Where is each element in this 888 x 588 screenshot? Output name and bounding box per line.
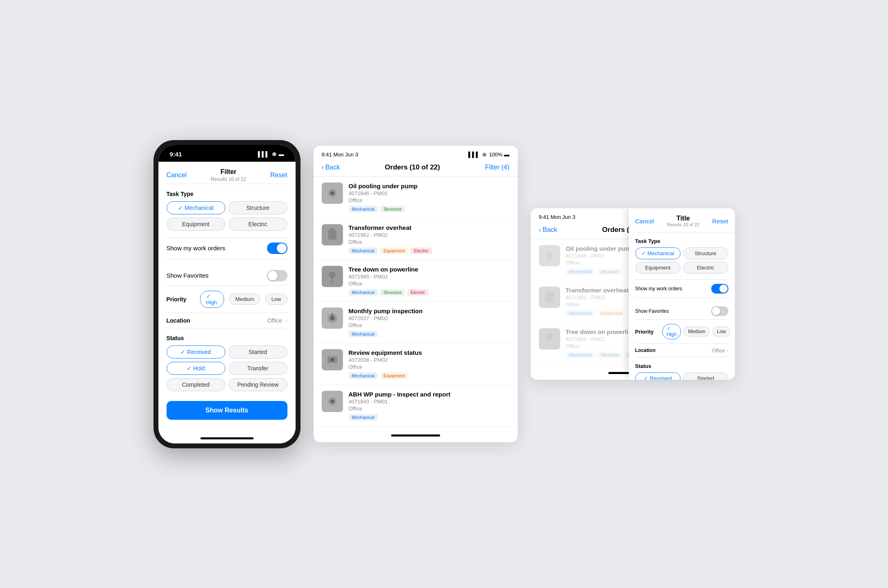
svg-rect-8 — [332, 278, 333, 284]
order-name: ABH WP pump - Inspect and report — [349, 391, 510, 398]
location-row[interactable]: Location Office › — [167, 313, 287, 328]
order-id: 4071962 - PM02 — [349, 232, 510, 238]
orders-with-overlay: 9:41 Mon Jun 3 ▌▌▌ ⊛ 100% ▬ ‹ Back Order… — [531, 208, 735, 380]
order-id: 4072037 - PM02 — [349, 315, 510, 321]
svg-point-15 — [331, 358, 334, 361]
order-tags: Mechanical Structure — [349, 206, 510, 212]
overlay-reset-button[interactable]: Reset — [712, 218, 728, 225]
show-results-button[interactable]: Show Results — [167, 401, 287, 420]
list-item[interactable]: Review equipment status 4072038 - PM02 O… — [314, 343, 518, 385]
order-thumb — [539, 245, 560, 266]
phone1: 9:41 ▌▌▌ ⊛ ▬ Cancel Filter Results 10 of… — [154, 140, 300, 448]
filter-button[interactable]: Filter (4) — [485, 164, 510, 171]
overlay-chip-started[interactable]: Started — [683, 372, 728, 380]
status-grid: Received Started Hold Transfer Completed… — [167, 345, 287, 391]
show-favorites-row: Show Favorites — [167, 266, 287, 286]
order-info: Transformer overheat 4071962 - PM02 Offi… — [349, 224, 510, 254]
order-tags: Mechanical — [349, 331, 510, 337]
tag-electric: Electric — [407, 289, 429, 296]
tag-equipment: Equipment — [380, 247, 408, 254]
overlay-chip-high[interactable]: High — [662, 324, 681, 339]
overlay-location-label: Location — [635, 347, 656, 353]
show-my-orders-row: Show my work orders — [167, 237, 287, 259]
tag-structure: Structure — [380, 289, 405, 296]
order-name: Monthly pump inspection — [349, 307, 510, 314]
cancel-button[interactable]: Cancel — [167, 172, 187, 179]
overlay-show-my-orders-toggle[interactable] — [711, 284, 728, 294]
list-item[interactable]: Tree down on powerline 4071985 - PM02 Of… — [314, 260, 518, 302]
overlay-chip-equipment[interactable]: Equipment — [635, 262, 681, 274]
overlay-show-my-orders-label: Show my work orders — [635, 286, 682, 292]
reset-button[interactable]: Reset — [270, 172, 287, 179]
chip-electric[interactable]: Electric — [229, 218, 287, 231]
overlay-chip-electric[interactable]: Electric — [683, 262, 728, 274]
chip-completed[interactable]: Completed — [167, 378, 225, 391]
order-thumb — [539, 287, 560, 308]
priority-chip-high[interactable]: High — [200, 291, 225, 308]
order-info: Tree down on powerline 4071985 - PM02 Of… — [349, 266, 510, 296]
order-location: Office — [349, 239, 510, 245]
order-id: 4071843 - PM01 — [349, 399, 510, 405]
overlay-chip-structure[interactable]: Structure — [683, 247, 728, 259]
list-item[interactable]: Oil pooling under pump 4071846 - PM01 Of… — [314, 177, 518, 218]
chip-transfer[interactable]: Transfer — [229, 362, 287, 375]
overlay-chip-mechanical[interactable]: Mechanical — [635, 247, 681, 259]
order-tags: Mechanical — [349, 414, 510, 421]
chip-mechanical[interactable]: Mechanical — [167, 201, 225, 214]
overlay-chip-low[interactable]: Low — [712, 327, 730, 336]
chip-structure[interactable]: Structure — [229, 201, 287, 214]
svg-rect-22 — [545, 292, 554, 302]
order-thumb — [322, 307, 343, 329]
order-id: 4071846 - PM01 — [349, 190, 510, 196]
wifi-icon: ⊛ — [272, 151, 276, 157]
priority-chip-medium[interactable]: Medium — [229, 294, 260, 305]
chip-started[interactable]: Started — [229, 345, 287, 359]
orders-time: 9:41 Mon Jun 3 — [322, 151, 358, 158]
orders-battery: 100% ▬ — [489, 151, 510, 158]
overlay-back-button[interactable]: ‹ Back — [539, 226, 557, 234]
priority-label: Priority — [167, 296, 195, 303]
overlay-chip-received[interactable]: Received — [635, 372, 681, 380]
status-bar: 9:41 ▌▌▌ ⊛ ▬ — [158, 145, 296, 162]
overlay-favorites-toggle[interactable] — [711, 306, 728, 316]
tag-equipment: Equipment — [380, 372, 408, 379]
tag-mechanical: Mechanical — [349, 414, 378, 421]
chip-pending-review[interactable]: Pending Review — [229, 378, 287, 391]
order-name: Oil pooling under pump — [349, 183, 510, 189]
order-location: Office — [349, 322, 510, 328]
tag-mechanical: Mechanical — [349, 331, 378, 337]
priority-chip-low[interactable]: Low — [265, 294, 287, 305]
overlay-title-block: Title Results 10 of 22 — [667, 215, 700, 227]
chip-equipment[interactable]: Equipment — [167, 218, 225, 231]
chip-received[interactable]: Received — [167, 345, 225, 359]
order-tags: Mechanical Structure Electric — [349, 289, 510, 296]
overlay-filter-panel: Cancel Title Results 10 of 22 Reset Task… — [629, 208, 735, 380]
order-thumb — [539, 328, 560, 350]
overlay-task-type-label: Task Type — [635, 238, 728, 244]
home-indicator — [158, 430, 296, 443]
back-button[interactable]: ‹ Back — [322, 164, 340, 171]
tag-mechanical: Mechanical — [349, 289, 378, 296]
order-info: ABH WP pump - Inspect and report 4071843… — [349, 391, 510, 421]
svg-point-11 — [330, 316, 335, 321]
orders-status-icons: ▌▌▌ ⊛ 100% ▬ — [468, 151, 510, 158]
show-my-orders-toggle[interactable] — [267, 243, 287, 254]
show-favorites-toggle[interactable] — [267, 270, 287, 281]
overlay-task-type-grid: Mechanical Structure Equipment Electric — [635, 247, 728, 274]
list-item[interactable]: ABH WP pump - Inspect and report 4071843… — [314, 385, 518, 427]
list-item[interactable]: Transformer overheat 4071962 - PM02 Offi… — [314, 218, 518, 260]
filter-subtitle: Results 10 of 22 — [211, 176, 246, 182]
overlay-chip-medium[interactable]: Medium — [683, 327, 710, 336]
overlay-location-row[interactable]: Location Office› — [635, 343, 728, 357]
overlay-cancel-button[interactable]: Cancel — [635, 218, 654, 225]
status-section: Status Received Started Hold Transfer Co… — [167, 335, 287, 391]
time-display: 9:41 — [170, 151, 182, 158]
orders-list: Oil pooling under pump 4071846 - PM01 Of… — [314, 177, 518, 427]
order-id: 4071985 - PM02 — [349, 274, 510, 280]
order-thumb — [322, 183, 343, 204]
chip-hold[interactable]: Hold — [167, 362, 225, 375]
overlay-time: 9:41 Mon Jun 3 — [539, 214, 576, 220]
list-item[interactable]: Monthly pump inspection 4072037 - PM02 O… — [314, 302, 518, 343]
battery-icon: ▬ — [279, 151, 284, 157]
filter-header: Cancel Filter Results 10 of 22 Reset — [167, 162, 287, 184]
